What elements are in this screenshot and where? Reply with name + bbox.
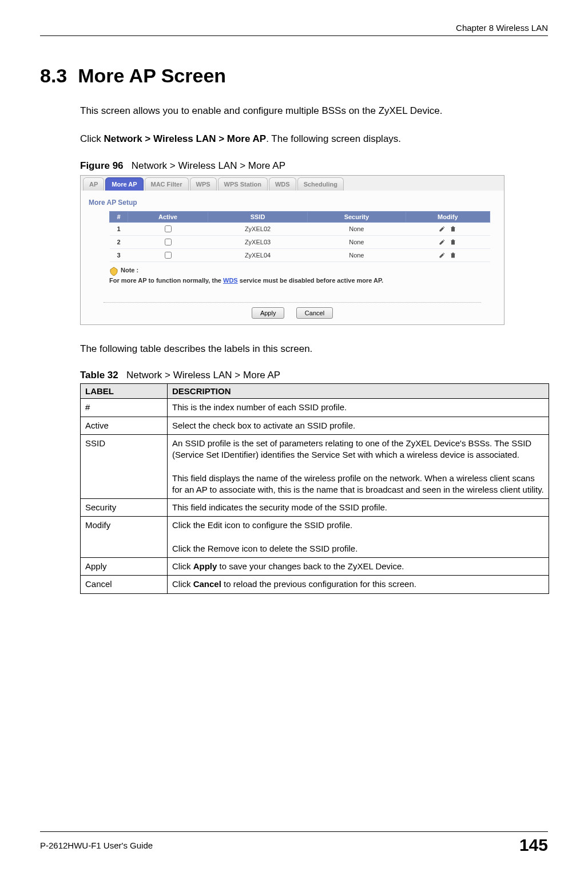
table-caption: Table 32 Network > Wireless LAN > More A… <box>80 370 548 381</box>
row-num: 3 <box>110 248 128 261</box>
desc-cell: This field indicates the security mode o… <box>168 499 549 517</box>
note-body: For more AP to function normally, the WD… <box>109 277 490 284</box>
desc-cell: Click the Edit icon to configure the SSI… <box>168 517 549 558</box>
col-active: Active <box>128 211 208 222</box>
table-row: 2 ZyXEL03 None <box>110 235 490 248</box>
table-row: CancelClick Cancel to reload the previou… <box>81 576 549 593</box>
table-row: SecurityThis field indicates the securit… <box>81 499 549 517</box>
nav-paragraph: Click Network > Wireless LAN > More AP. … <box>80 132 548 146</box>
section-title: 8.3 More AP Screen <box>40 65 548 87</box>
footer-guide: P-2612HWU-F1 User's Guide <box>40 841 153 850</box>
col-security: Security <box>308 211 406 222</box>
apply-button[interactable]: Apply <box>252 307 285 319</box>
delete-icon[interactable] <box>450 225 456 232</box>
table-row: 3 ZyXEL04 None <box>110 248 490 261</box>
chapter-header: Chapter 8 Wireless LAN <box>40 23 548 33</box>
nav-path: Network > Wireless LAN > More AP <box>104 133 267 144</box>
tab-mac-filter[interactable]: MAC Filter <box>145 177 189 191</box>
label-cell: # <box>81 399 168 417</box>
label-cell: SSID <box>81 434 168 498</box>
nav-prefix: Click <box>80 133 104 144</box>
table-row: ApplyClick Apply to save your changes ba… <box>81 558 549 576</box>
row-num: 1 <box>110 222 128 235</box>
ssid-cell: ZyXEL04 <box>208 248 307 261</box>
table-row: ActiveSelect the check box to activate a… <box>81 417 549 434</box>
wds-link[interactable]: WDS <box>223 277 238 284</box>
label-cell: Security <box>81 499 168 517</box>
col-num: # <box>110 211 128 222</box>
security-cell: None <box>308 222 406 235</box>
tab-wds[interactable]: WDS <box>269 177 296 191</box>
intro-paragraph: This screen allows you to enable and con… <box>80 104 548 118</box>
security-cell: None <box>308 235 406 248</box>
description-table: LABEL DESCRIPTION #This is the index num… <box>80 383 549 593</box>
table-row: 1 ZyXEL02 None <box>110 222 490 235</box>
delete-icon[interactable] <box>450 252 456 259</box>
ssid-cell: ZyXEL02 <box>208 222 307 235</box>
active-checkbox[interactable] <box>165 252 172 259</box>
panel-title: More AP Setup <box>81 191 504 211</box>
ssid-cell: ZyXEL03 <box>208 235 307 248</box>
separator <box>104 302 481 303</box>
delete-icon[interactable] <box>450 239 456 245</box>
page-number: 145 <box>519 835 548 855</box>
figure-label: Figure 96 <box>80 160 124 171</box>
ap-table: # Active SSID Security Modify 1 ZyXEL02 … <box>109 211 490 262</box>
section-number: 8.3 <box>40 65 67 86</box>
table-row: SSIDAn SSID profile is the set of parame… <box>81 434 549 498</box>
desc-cell: Select the check box to activate an SSID… <box>168 417 549 434</box>
desc-cell: Click Apply to save your changes back to… <box>168 558 549 576</box>
note-pre: For more AP to function normally, the <box>109 277 223 284</box>
cancel-button[interactable]: Cancel <box>296 307 333 319</box>
note-label: Note : <box>121 267 138 274</box>
th-label: LABEL <box>81 384 168 399</box>
label-cell: Active <box>81 417 168 434</box>
tab-wps[interactable]: WPS <box>190 177 217 191</box>
desc-cell: An SSID profile is the set of parameters… <box>168 434 549 498</box>
note-post: service must be disabled before active m… <box>238 277 383 284</box>
desc-cell: This is the index number of each SSID pr… <box>168 399 549 417</box>
tab-more-ap[interactable]: More AP <box>105 177 143 191</box>
label-cell: Apply <box>81 558 168 576</box>
table-row: #This is the index number of each SSID p… <box>81 399 549 417</box>
row-num: 2 <box>110 235 128 248</box>
section-heading: More AP Screen <box>78 65 226 86</box>
edit-icon[interactable] <box>439 239 446 245</box>
post-figure-text: The following table describes the labels… <box>80 342 548 356</box>
col-ssid: SSID <box>208 211 307 222</box>
table-label: Table 32 <box>80 370 118 380</box>
security-cell: None <box>308 248 406 261</box>
active-checkbox[interactable] <box>165 239 172 245</box>
active-checkbox[interactable] <box>165 225 172 232</box>
footer-rule <box>40 831 548 832</box>
note-icon <box>109 267 118 276</box>
table-path: Network > Wireless LAN > More AP <box>126 370 280 380</box>
edit-icon[interactable] <box>439 252 446 259</box>
desc-cell: Click Cancel to reload the previous conf… <box>168 576 549 593</box>
edit-icon[interactable] <box>439 225 446 232</box>
header-rule <box>40 35 548 36</box>
tab-wps-station[interactable]: WPS Station <box>218 177 268 191</box>
tab-ap[interactable]: AP <box>83 177 104 191</box>
figure-caption: Figure 96 Network > Wireless LAN > More … <box>80 160 548 172</box>
nav-suffix: . The following screen displays. <box>266 133 401 144</box>
label-cell: Modify <box>81 517 168 558</box>
footer: P-2612HWU-F1 User's Guide 145 <box>40 826 548 872</box>
th-desc: DESCRIPTION <box>168 384 549 399</box>
figure-screenshot: AP More AP MAC Filter WPS WPS Station WD… <box>80 175 504 325</box>
col-modify: Modify <box>406 211 490 222</box>
tab-scheduling[interactable]: Scheduling <box>297 177 344 191</box>
figure-path: Network > Wireless LAN > More AP <box>132 160 285 171</box>
tab-bar: AP More AP MAC Filter WPS WPS Station WD… <box>81 176 504 191</box>
label-cell: Cancel <box>81 576 168 593</box>
table-row: ModifyClick the Edit icon to configure t… <box>81 517 549 558</box>
